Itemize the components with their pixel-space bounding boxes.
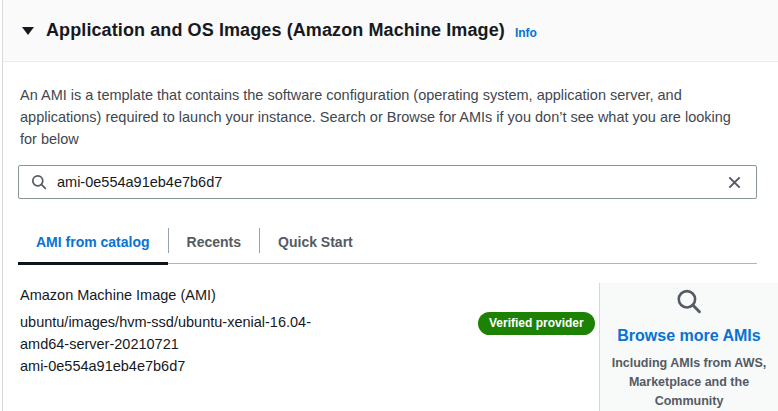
tab-label: AMI from catalog — [36, 234, 150, 250]
browse-more-amis-link[interactable]: Browse more AMIs — [617, 327, 760, 345]
ami-source-tabs: AMI from catalog Recents Quick Start — [18, 222, 757, 264]
close-icon — [727, 175, 742, 190]
search-icon — [670, 288, 708, 318]
tab-label: Quick Start — [278, 234, 353, 250]
tab-ami-from-catalog[interactable]: AMI from catalog — [18, 222, 168, 263]
tab-quick-start[interactable]: Quick Start — [260, 222, 371, 263]
ami-image-name: ubuntu/images/hvm-ssd/ubuntu-xenial-16.0… — [20, 311, 354, 355]
ami-section: Application and OS Images (Amazon Machin… — [0, 0, 778, 411]
ami-search-input[interactable] — [57, 174, 725, 190]
section-description: An AMI is a template that contains the s… — [20, 84, 746, 150]
info-link[interactable]: Info — [515, 26, 537, 40]
browse-panel-caption: Including AMIs from AWS, Marketplace and… — [609, 354, 769, 411]
ami-search-box[interactable] — [18, 165, 757, 199]
clear-search-button[interactable] — [725, 173, 744, 192]
collapse-triangle-icon[interactable] — [22, 27, 34, 35]
browse-more-amis-panel: Browse more AMIs Including AMIs from AWS… — [599, 283, 778, 411]
section-header[interactable]: Application and OS Images (Amazon Machin… — [3, 0, 778, 62]
search-icon — [31, 174, 47, 190]
tab-recents[interactable]: Recents — [169, 222, 259, 263]
verified-provider-badge: Verified provider — [478, 312, 595, 335]
section-title: Application and OS Images (Amazon Machin… — [46, 20, 505, 41]
ami-card-heading: Amazon Machine Image (AMI) — [20, 287, 216, 303]
tab-label: Recents — [187, 234, 241, 250]
ami-id: ami-0e554a91eb4e7b6d7 — [20, 355, 185, 377]
